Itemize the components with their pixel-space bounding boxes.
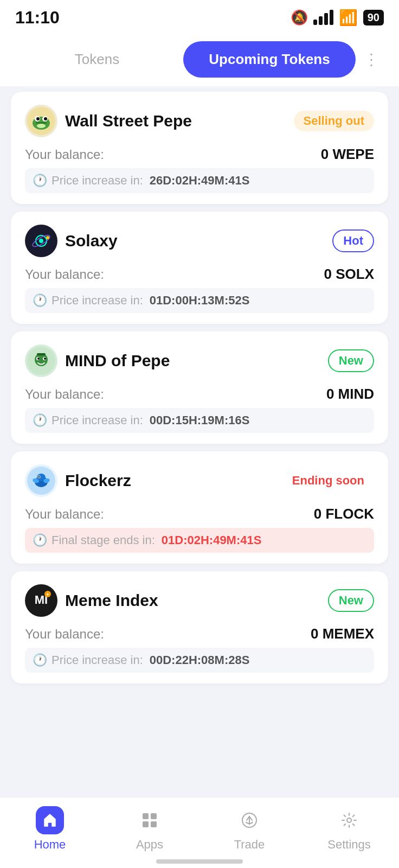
token-balance-label-solx: Your balance: (25, 267, 104, 282)
nav-item-apps[interactable]: Apps (117, 806, 182, 852)
timer-label-flock: Final stage ends in: (52, 533, 155, 547)
timer-label-wepe: Price increase in: (52, 174, 143, 188)
token-left-memex: MI + Meme Index (25, 584, 158, 617)
timer-value-flock: 01D:02H:49M:41S (162, 533, 262, 547)
clock-icon-solx: 🕐 (33, 293, 47, 308)
token-avatar-memex: MI + (25, 584, 57, 617)
token-name-flock: Flockerz (65, 471, 131, 490)
token-balance-row-wepe: Your balance: 0 WEPE (25, 146, 374, 163)
timer-value-solx: 01D:00H:13M:52S (150, 293, 250, 308)
clock-icon-memex: 🕐 (33, 653, 47, 667)
nav-label-settings: Settings (327, 838, 371, 852)
more-icon: ⋮ (364, 50, 380, 68)
status-bar: 11:10 🔕 📶 90 (0, 0, 399, 33)
svg-point-5 (44, 117, 47, 120)
token-avatar-wepe (25, 105, 57, 137)
token-badge-solx: Hot (332, 229, 374, 252)
tab-tokens[interactable]: Tokens (11, 41, 183, 78)
token-balance-row-memex: Your balance: 0 MEMEX (25, 626, 374, 642)
svg-rect-34 (151, 821, 157, 827)
settings-icon (335, 806, 363, 834)
status-icons: 🔕 📶 90 (291, 9, 384, 27)
timer-value-memex: 00D:22H:08M:28S (150, 653, 250, 667)
nav-item-trade[interactable]: Trade (217, 806, 282, 852)
mute-icon: 🔕 (291, 9, 308, 26)
token-balance-label-mind: Your balance: (25, 387, 104, 402)
home-icon (36, 806, 64, 834)
token-timer-memex: 🕐 Price increase in: 00D:22H:08M:28S (25, 648, 374, 673)
token-timer-wepe: 🕐 Price increase in: 26D:02H:49M:41S (25, 168, 374, 193)
tab-upcoming-tokens[interactable]: Upcoming Tokens (183, 41, 356, 78)
token-balance-row-mind: Your balance: 0 MIND (25, 386, 374, 403)
bottom-nav: Home Apps Trade (0, 797, 399, 868)
token-card-mind[interactable]: MIND of Pepe New Your balance: 0 MIND 🕐 … (11, 331, 388, 444)
token-header-mind: MIND of Pepe New (25, 344, 374, 377)
nav-item-home[interactable]: Home (17, 806, 82, 852)
token-balance-value-mind: 0 MIND (326, 386, 374, 403)
token-left-flock: Flockerz (25, 464, 131, 497)
svg-text:+: + (46, 592, 49, 597)
signal-icon (313, 10, 333, 25)
clock-icon-wepe: 🕐 (33, 174, 47, 188)
status-time: 11:10 (15, 8, 60, 28)
svg-rect-33 (143, 821, 149, 827)
token-name-mind: MIND of Pepe (65, 352, 170, 370)
token-avatar-solx (25, 225, 57, 257)
token-balance-row-flock: Your balance: 0 FLOCK (25, 506, 374, 522)
token-card-memex[interactable]: MI + Meme Index New Your balance: 0 MEME… (11, 571, 388, 684)
token-header-memex: MI + Meme Index New (25, 584, 374, 617)
token-left-mind: MIND of Pepe (25, 344, 170, 377)
token-header-flock: Flockerz Ending soon (25, 464, 374, 497)
tab-switcher: Tokens Upcoming Tokens ⋮ (0, 33, 399, 86)
token-badge-mind: New (328, 349, 374, 372)
svg-point-17 (37, 358, 40, 360)
battery-indicator: 90 (363, 10, 384, 25)
token-badge-wepe: Selling out (294, 111, 374, 131)
timer-value-mind: 00D:15H:19M:16S (150, 413, 250, 427)
timer-value-wepe: 26D:02H:49M:41S (150, 174, 250, 188)
token-timer-flock: 🕐 Final stage ends in: 01D:02H:49M:41S (25, 528, 374, 553)
token-left-solx: Solaxy (25, 225, 118, 257)
trade-icon (235, 806, 263, 834)
token-left-wepe: Wall Street Pepe (25, 105, 192, 137)
home-indicator (156, 859, 243, 864)
tab-more[interactable]: ⋮ (356, 50, 388, 68)
token-header-solx: Solaxy Hot (25, 225, 374, 257)
token-badge-flock: Ending soon (282, 470, 374, 491)
nav-label-trade: Trade (234, 838, 265, 852)
token-card-flock[interactable]: Flockerz Ending soon Your balance: 0 FLO… (11, 451, 388, 564)
token-balance-value-memex: 0 MEMEX (311, 626, 374, 642)
svg-point-10 (39, 239, 43, 243)
nav-label-home: Home (34, 838, 66, 852)
clock-icon-mind: 🕐 (33, 413, 47, 427)
token-balance-label-memex: Your balance: (25, 627, 104, 642)
clock-icon-flock: 🕐 (33, 533, 47, 547)
token-balance-label-wepe: Your balance: (25, 147, 104, 162)
svg-point-24 (38, 476, 40, 478)
wifi-icon: 📶 (339, 9, 358, 27)
svg-rect-32 (151, 813, 157, 819)
token-card-solx[interactable]: Solaxy Hot Your balance: 0 SOLX 🕐 Price … (11, 212, 388, 324)
token-balance-value-wepe: 0 WEPE (321, 146, 374, 163)
timer-label-solx: Price increase in: (52, 293, 143, 308)
nav-label-apps: Apps (136, 838, 163, 852)
token-name-wepe: Wall Street Pepe (65, 112, 192, 130)
token-balance-value-solx: 0 SOLX (324, 266, 374, 283)
svg-point-6 (37, 124, 46, 128)
svg-rect-7 (36, 122, 47, 124)
token-name-solx: Solaxy (65, 232, 118, 250)
svg-point-12 (46, 236, 49, 239)
token-badge-memex: New (328, 589, 374, 612)
svg-rect-19 (37, 353, 46, 355)
token-timer-solx: 🕐 Price increase in: 01D:00H:13M:52S (25, 288, 374, 313)
nav-item-settings[interactable]: Settings (317, 806, 382, 852)
apps-icon (136, 806, 164, 834)
svg-rect-31 (143, 813, 149, 819)
token-name-memex: Meme Index (65, 591, 158, 610)
token-balance-label-flock: Your balance: (25, 507, 104, 522)
token-avatar-flock (25, 464, 57, 497)
token-card-wepe[interactable]: Wall Street Pepe Selling out Your balanc… (11, 92, 388, 204)
svg-point-18 (44, 358, 46, 360)
svg-point-4 (36, 117, 40, 120)
token-avatar-mind (25, 344, 57, 377)
